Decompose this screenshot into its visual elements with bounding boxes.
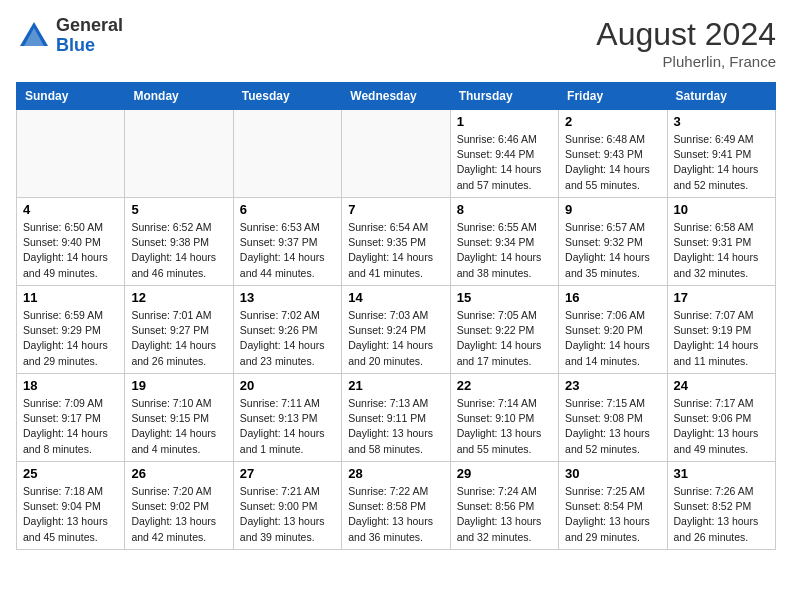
day-info: Sunrise: 7:07 AM Sunset: 9:19 PM Dayligh…: [674, 308, 769, 369]
calendar-cell: 28Sunrise: 7:22 AM Sunset: 8:58 PM Dayli…: [342, 462, 450, 550]
day-info: Sunrise: 7:20 AM Sunset: 9:02 PM Dayligh…: [131, 484, 226, 545]
calendar-cell: 10Sunrise: 6:58 AM Sunset: 9:31 PM Dayli…: [667, 198, 775, 286]
day-number: 31: [674, 466, 769, 481]
calendar-cell: 18Sunrise: 7:09 AM Sunset: 9:17 PM Dayli…: [17, 374, 125, 462]
day-number: 22: [457, 378, 552, 393]
calendar-cell: 8Sunrise: 6:55 AM Sunset: 9:34 PM Daylig…: [450, 198, 558, 286]
calendar-cell: 23Sunrise: 7:15 AM Sunset: 9:08 PM Dayli…: [559, 374, 667, 462]
day-number: 16: [565, 290, 660, 305]
calendar-cell: 5Sunrise: 6:52 AM Sunset: 9:38 PM Daylig…: [125, 198, 233, 286]
day-info: Sunrise: 7:13 AM Sunset: 9:11 PM Dayligh…: [348, 396, 443, 457]
weekday-header-thursday: Thursday: [450, 83, 558, 110]
week-row-5: 25Sunrise: 7:18 AM Sunset: 9:04 PM Dayli…: [17, 462, 776, 550]
day-info: Sunrise: 7:15 AM Sunset: 9:08 PM Dayligh…: [565, 396, 660, 457]
calendar-cell: 9Sunrise: 6:57 AM Sunset: 9:32 PM Daylig…: [559, 198, 667, 286]
calendar-cell: 20Sunrise: 7:11 AM Sunset: 9:13 PM Dayli…: [233, 374, 341, 462]
day-info: Sunrise: 7:18 AM Sunset: 9:04 PM Dayligh…: [23, 484, 118, 545]
day-number: 30: [565, 466, 660, 481]
day-info: Sunrise: 6:50 AM Sunset: 9:40 PM Dayligh…: [23, 220, 118, 281]
day-info: Sunrise: 6:59 AM Sunset: 9:29 PM Dayligh…: [23, 308, 118, 369]
day-number: 9: [565, 202, 660, 217]
weekday-header-wednesday: Wednesday: [342, 83, 450, 110]
weekday-header-friday: Friday: [559, 83, 667, 110]
title-block: August 2024 Pluherlin, France: [596, 16, 776, 70]
calendar-cell: 13Sunrise: 7:02 AM Sunset: 9:26 PM Dayli…: [233, 286, 341, 374]
day-info: Sunrise: 7:24 AM Sunset: 8:56 PM Dayligh…: [457, 484, 552, 545]
month-year-title: August 2024: [596, 16, 776, 53]
day-info: Sunrise: 7:17 AM Sunset: 9:06 PM Dayligh…: [674, 396, 769, 457]
calendar-cell: 15Sunrise: 7:05 AM Sunset: 9:22 PM Dayli…: [450, 286, 558, 374]
day-number: 2: [565, 114, 660, 129]
day-number: 21: [348, 378, 443, 393]
calendar-table: SundayMondayTuesdayWednesdayThursdayFrid…: [16, 82, 776, 550]
day-info: Sunrise: 6:46 AM Sunset: 9:44 PM Dayligh…: [457, 132, 552, 193]
calendar-cell: 1Sunrise: 6:46 AM Sunset: 9:44 PM Daylig…: [450, 110, 558, 198]
day-number: 11: [23, 290, 118, 305]
day-info: Sunrise: 6:49 AM Sunset: 9:41 PM Dayligh…: [674, 132, 769, 193]
day-number: 1: [457, 114, 552, 129]
calendar-cell: 19Sunrise: 7:10 AM Sunset: 9:15 PM Dayli…: [125, 374, 233, 462]
weekday-header-row: SundayMondayTuesdayWednesdayThursdayFrid…: [17, 83, 776, 110]
week-row-3: 11Sunrise: 6:59 AM Sunset: 9:29 PM Dayli…: [17, 286, 776, 374]
logo-text: General Blue: [56, 16, 123, 56]
day-info: Sunrise: 7:02 AM Sunset: 9:26 PM Dayligh…: [240, 308, 335, 369]
day-info: Sunrise: 6:58 AM Sunset: 9:31 PM Dayligh…: [674, 220, 769, 281]
day-number: 19: [131, 378, 226, 393]
day-info: Sunrise: 7:09 AM Sunset: 9:17 PM Dayligh…: [23, 396, 118, 457]
day-number: 8: [457, 202, 552, 217]
week-row-1: 1Sunrise: 6:46 AM Sunset: 9:44 PM Daylig…: [17, 110, 776, 198]
day-number: 27: [240, 466, 335, 481]
calendar-cell: 2Sunrise: 6:48 AM Sunset: 9:43 PM Daylig…: [559, 110, 667, 198]
day-info: Sunrise: 7:03 AM Sunset: 9:24 PM Dayligh…: [348, 308, 443, 369]
calendar-cell: 26Sunrise: 7:20 AM Sunset: 9:02 PM Dayli…: [125, 462, 233, 550]
calendar-cell: 31Sunrise: 7:26 AM Sunset: 8:52 PM Dayli…: [667, 462, 775, 550]
logo-icon: [16, 18, 52, 54]
calendar-cell: 6Sunrise: 6:53 AM Sunset: 9:37 PM Daylig…: [233, 198, 341, 286]
calendar-cell: 29Sunrise: 7:24 AM Sunset: 8:56 PM Dayli…: [450, 462, 558, 550]
calendar-cell: 14Sunrise: 7:03 AM Sunset: 9:24 PM Dayli…: [342, 286, 450, 374]
calendar-cell: 24Sunrise: 7:17 AM Sunset: 9:06 PM Dayli…: [667, 374, 775, 462]
day-info: Sunrise: 6:55 AM Sunset: 9:34 PM Dayligh…: [457, 220, 552, 281]
day-info: Sunrise: 7:25 AM Sunset: 8:54 PM Dayligh…: [565, 484, 660, 545]
day-number: 28: [348, 466, 443, 481]
weekday-header-sunday: Sunday: [17, 83, 125, 110]
day-info: Sunrise: 7:06 AM Sunset: 9:20 PM Dayligh…: [565, 308, 660, 369]
day-number: 18: [23, 378, 118, 393]
calendar-body: 1Sunrise: 6:46 AM Sunset: 9:44 PM Daylig…: [17, 110, 776, 550]
calendar-cell: 22Sunrise: 7:14 AM Sunset: 9:10 PM Dayli…: [450, 374, 558, 462]
day-info: Sunrise: 7:11 AM Sunset: 9:13 PM Dayligh…: [240, 396, 335, 457]
calendar-cell: 12Sunrise: 7:01 AM Sunset: 9:27 PM Dayli…: [125, 286, 233, 374]
day-number: 14: [348, 290, 443, 305]
day-number: 5: [131, 202, 226, 217]
calendar-cell: 30Sunrise: 7:25 AM Sunset: 8:54 PM Dayli…: [559, 462, 667, 550]
day-info: Sunrise: 7:05 AM Sunset: 9:22 PM Dayligh…: [457, 308, 552, 369]
weekday-header-tuesday: Tuesday: [233, 83, 341, 110]
day-number: 23: [565, 378, 660, 393]
logo: General Blue: [16, 16, 123, 56]
day-info: Sunrise: 6:48 AM Sunset: 9:43 PM Dayligh…: [565, 132, 660, 193]
week-row-4: 18Sunrise: 7:09 AM Sunset: 9:17 PM Dayli…: [17, 374, 776, 462]
calendar-cell: [342, 110, 450, 198]
weekday-header-saturday: Saturday: [667, 83, 775, 110]
day-number: 26: [131, 466, 226, 481]
day-number: 6: [240, 202, 335, 217]
calendar-cell: [233, 110, 341, 198]
calendar-cell: 3Sunrise: 6:49 AM Sunset: 9:41 PM Daylig…: [667, 110, 775, 198]
day-number: 3: [674, 114, 769, 129]
location-subtitle: Pluherlin, France: [596, 53, 776, 70]
week-row-2: 4Sunrise: 6:50 AM Sunset: 9:40 PM Daylig…: [17, 198, 776, 286]
calendar-cell: [17, 110, 125, 198]
day-number: 17: [674, 290, 769, 305]
day-number: 4: [23, 202, 118, 217]
day-info: Sunrise: 7:26 AM Sunset: 8:52 PM Dayligh…: [674, 484, 769, 545]
day-info: Sunrise: 7:01 AM Sunset: 9:27 PM Dayligh…: [131, 308, 226, 369]
day-info: Sunrise: 7:21 AM Sunset: 9:00 PM Dayligh…: [240, 484, 335, 545]
calendar-cell: 16Sunrise: 7:06 AM Sunset: 9:20 PM Dayli…: [559, 286, 667, 374]
day-number: 12: [131, 290, 226, 305]
page-header: General Blue August 2024 Pluherlin, Fran…: [16, 16, 776, 70]
weekday-header-monday: Monday: [125, 83, 233, 110]
day-info: Sunrise: 6:54 AM Sunset: 9:35 PM Dayligh…: [348, 220, 443, 281]
day-info: Sunrise: 6:53 AM Sunset: 9:37 PM Dayligh…: [240, 220, 335, 281]
calendar-cell: 11Sunrise: 6:59 AM Sunset: 9:29 PM Dayli…: [17, 286, 125, 374]
calendar-cell: 17Sunrise: 7:07 AM Sunset: 9:19 PM Dayli…: [667, 286, 775, 374]
